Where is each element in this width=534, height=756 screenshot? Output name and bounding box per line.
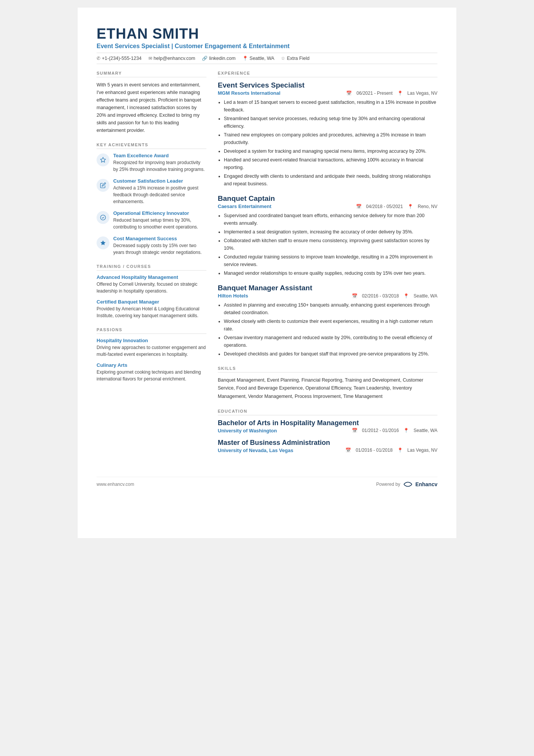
achievement-desc-3: Decreased supply costs by 15% over two y… bbox=[113, 242, 206, 256]
passions-section: PASSIONS Hospitality Innovation Driving … bbox=[97, 327, 206, 382]
svg-point-1 bbox=[100, 215, 105, 220]
resume-footer: www.enhancv.com Powered by Enhancv bbox=[97, 477, 437, 488]
location-icon: 📍 bbox=[242, 56, 248, 61]
skills-text: Banquet Management, Event Planning, Fina… bbox=[218, 376, 437, 401]
edu-date-0: 01/2012 - 01/2016 bbox=[362, 428, 399, 433]
summary-section-title: SUMMARY bbox=[97, 71, 206, 77]
job-date-0: 06/2021 - Present bbox=[356, 91, 392, 96]
achievement-content-0: Team Excellence Award Recognized for imp… bbox=[113, 153, 206, 173]
job-date-2: 02/2016 - 03/2018 bbox=[362, 293, 399, 299]
edu-1: Master of Business Administration Univer… bbox=[218, 439, 437, 453]
brand-name: Enhancv bbox=[415, 481, 437, 487]
location-pin-icon-1: 📍 bbox=[408, 204, 413, 209]
star-filled-icon bbox=[100, 240, 106, 246]
email-text: help@enhancv.com bbox=[154, 56, 195, 61]
summary-text: With 5 years in event services and enter… bbox=[97, 81, 206, 134]
skills-section-title: SKILLS bbox=[218, 366, 437, 373]
body-columns: SUMMARY With 5 years in event services a… bbox=[97, 71, 437, 462]
achievement-desc-1: Achieved a 15% increase in positive gues… bbox=[113, 185, 206, 205]
achievement-content-2: Operational Efficiency Innovator Reduced… bbox=[113, 210, 206, 230]
edu-calendar-icon-1: 📅 bbox=[345, 448, 351, 453]
edu-school-0: University of Washington bbox=[218, 428, 277, 434]
achievement-item-2: Operational Efficiency Innovator Reduced… bbox=[97, 210, 206, 230]
star-icon: ☆ bbox=[281, 56, 285, 61]
achievement-content-1: Customer Satisfaction Leader Achieved a … bbox=[113, 178, 206, 205]
training-desc-0: Offered by Cornell University, focused o… bbox=[97, 281, 206, 294]
enhancv-logo-icon bbox=[403, 481, 413, 488]
job-company-2: Hilton Hotels bbox=[218, 293, 248, 299]
resume-page: ETHAN SMITH Event Services Specialist | … bbox=[78, 8, 456, 538]
edu-date-loc-1: 📅 01/2016 - 01/2018 📍 Las Vegas, NV bbox=[345, 448, 437, 453]
job-meta-0: MGM Resorts International 📅 06/2021 - Pr… bbox=[218, 90, 437, 96]
training-section: TRAINING / COURSES Advanced Hospitality … bbox=[97, 264, 206, 319]
contact-bar: ✆ +1-(234)-555-1234 ✉ help@enhancv.com 🔗… bbox=[97, 53, 437, 64]
bullet-1-2: Collaborated with kitchen staff to ensur… bbox=[224, 237, 437, 252]
contact-location: 📍 Seattle, WA bbox=[242, 56, 275, 61]
summary-section: SUMMARY With 5 years in event services a… bbox=[97, 71, 206, 134]
passion-item-0: Hospitality Innovation Driving new appro… bbox=[97, 338, 206, 358]
edu-location-0: Seattle, WA bbox=[414, 428, 437, 433]
job-date-loc-2: 📅 02/2016 - 03/2018 📍 Seattle, WA bbox=[352, 293, 437, 299]
achievement-title-2: Operational Efficiency Innovator bbox=[113, 210, 206, 216]
edu-location-1: Las Vegas, NV bbox=[408, 448, 437, 453]
education-section: EDUCATION Bachelor of Arts in Hospitalit… bbox=[218, 409, 437, 453]
job-0: Event Services Specialist MGM Resorts In… bbox=[218, 81, 437, 188]
training-item-0: Advanced Hospitality Management Offered … bbox=[97, 274, 206, 294]
bullet-1-0: Supervised and coordinated banquet team … bbox=[224, 212, 437, 227]
bullet-1-1: Implemented a seat designation system, i… bbox=[224, 228, 437, 236]
achievement-item-3: Cost Management Success Decreased supply… bbox=[97, 236, 206, 256]
bullet-2-2: Oversaw inventory management and reduced… bbox=[224, 334, 437, 349]
job-title-1: Banquet Captain bbox=[218, 194, 437, 203]
calendar-icon-1: 📅 bbox=[356, 204, 362, 209]
logo-svg bbox=[403, 481, 413, 488]
edu-calendar-icon-0: 📅 bbox=[352, 428, 358, 433]
pencil-icon bbox=[100, 182, 106, 188]
job-2: Banquet Manager Assistant Hilton Hotels … bbox=[218, 284, 437, 358]
footer-brand: Powered by Enhancv bbox=[376, 481, 437, 488]
achievement-content-3: Cost Management Success Decreased supply… bbox=[113, 236, 206, 256]
achievements-section-title: KEY ACHIEVEMENTS bbox=[97, 142, 206, 149]
achievement-item-1: Customer Satisfaction Leader Achieved a … bbox=[97, 178, 206, 205]
passion-desc-0: Driving new approaches to customer engag… bbox=[97, 344, 206, 358]
passions-section-title: PASSIONS bbox=[97, 327, 206, 334]
edu-meta-0: University of Washington 📅 01/2012 - 01/… bbox=[218, 428, 437, 434]
bullet-0-1: Streamlined banquet service processes, r… bbox=[224, 115, 437, 130]
achievement-item-0: Team Excellence Award Recognized for imp… bbox=[97, 153, 206, 173]
star-outline-icon bbox=[100, 157, 106, 163]
passion-title-1: Culinary Arts bbox=[97, 362, 206, 368]
edu-degree-0: Bachelor of Arts in Hospitality Manageme… bbox=[218, 419, 437, 427]
training-title-1: Certified Banquet Manager bbox=[97, 299, 206, 305]
header: ETHAN SMITH Event Services Specialist | … bbox=[97, 26, 437, 64]
bullet-0-3: Developed a system for tracking and mana… bbox=[224, 147, 437, 155]
footer-url: www.enhancv.com bbox=[97, 482, 134, 487]
job-location-1: Reno, NV bbox=[418, 204, 437, 209]
training-desc-1: Provided by American Hotel & Lodging Edu… bbox=[97, 305, 206, 319]
achievements-section: KEY ACHIEVEMENTS Team Excellence Award R… bbox=[97, 142, 206, 256]
achievement-title-3: Cost Management Success bbox=[113, 236, 206, 241]
bullet-2-0: Assisted in planning and executing 150+ … bbox=[224, 301, 437, 316]
contact-email: ✉ help@enhancv.com bbox=[148, 56, 195, 61]
experience-section: EXPERIENCE Event Services Specialist MGM… bbox=[218, 71, 437, 358]
linkedin-text: linkedin.com bbox=[209, 56, 235, 61]
phone-icon: ✆ bbox=[97, 56, 100, 61]
extra-text: Extra Field bbox=[287, 56, 309, 61]
bullet-0-0: Led a team of 15 banquet servers to exce… bbox=[224, 99, 437, 114]
job-date-1: 04/2018 - 05/2021 bbox=[366, 204, 403, 209]
calendar-icon-2: 📅 bbox=[352, 293, 358, 299]
job-bullets-1: Supervised and coordinated banquet team … bbox=[224, 212, 437, 277]
location-pin-icon-0: 📍 bbox=[397, 91, 403, 96]
achievement-desc-2: Reduced banquet setup times by 30%, cont… bbox=[113, 217, 206, 230]
achievement-title-1: Customer Satisfaction Leader bbox=[113, 178, 206, 184]
achievement-icon-wrap-1 bbox=[97, 179, 109, 192]
job-company-1: Caesars Entertainment bbox=[218, 203, 272, 209]
location-text: Seattle, WA bbox=[250, 56, 275, 61]
experience-section-title: EXPERIENCE bbox=[218, 71, 437, 77]
edu-degree-1: Master of Business Administration bbox=[218, 439, 437, 447]
job-date-loc-1: 📅 04/2018 - 05/2021 📍 Reno, NV bbox=[356, 204, 437, 209]
training-item-1: Certified Banquet Manager Provided by Am… bbox=[97, 299, 206, 319]
contact-phone: ✆ +1-(234)-555-1234 bbox=[97, 56, 142, 61]
job-title-2: Banquet Manager Assistant bbox=[218, 284, 437, 292]
left-column: SUMMARY With 5 years in event services a… bbox=[97, 71, 206, 462]
edu-0: Bachelor of Arts in Hospitality Manageme… bbox=[218, 419, 437, 434]
candidate-name: ETHAN SMITH bbox=[97, 26, 437, 42]
